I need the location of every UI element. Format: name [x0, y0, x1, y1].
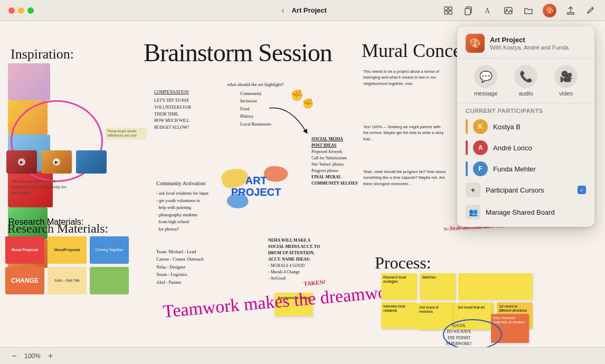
participant-andre: A André Lorico: [457, 137, 594, 158]
thumb-1: ▶: [6, 150, 37, 174]
zoom-out-button[interactable]: −: [8, 350, 20, 362]
thumb-3: [76, 150, 107, 174]
copy-icon[interactable]: [462, 5, 474, 16]
process-title: Process:: [375, 253, 431, 273]
participant-kostya: K Kostya B: [457, 116, 594, 137]
research-item-sutro: Sutro - Side Talk: [48, 267, 87, 294]
edit-icon[interactable]: [585, 5, 597, 16]
team-block: Team: Michael - Lead Carson - Comm. Outr…: [156, 248, 204, 286]
participant-cursors-row[interactable]: ⌖ Participant Cursors ✓: [457, 179, 594, 200]
kostya-indicator: [466, 119, 468, 134]
photo-collage: These brush stroke references are cool: [8, 63, 150, 145]
back-button[interactable]: ‹: [278, 5, 287, 16]
brush-note: These brush stroke references are cool: [106, 128, 147, 140]
folder-icon[interactable]: [523, 5, 534, 16]
minimize-button[interactable]: [18, 7, 24, 14]
compensation-header: COMPENSATION: [154, 89, 189, 96]
bottom-bar: − 100% +: [0, 347, 605, 364]
video-icon: 🎥: [554, 65, 578, 88]
cursors-label: Participant Cursors: [486, 186, 572, 194]
andre-indicator: [466, 140, 468, 155]
research-item-coming-together: Coming Together: [90, 236, 129, 264]
kostya-avatar: K: [473, 119, 488, 134]
message-button[interactable]: 💬 message: [474, 65, 498, 97]
audio-button[interactable]: 📞 audio: [514, 65, 537, 97]
participant-funda: F Funda Mehter: [457, 158, 594, 179]
popover-header: 🎨 Art Project With Kostya, André and Fun…: [457, 26, 594, 59]
cursors-checkbox[interactable]: ✓: [578, 186, 586, 194]
research-item-2: MuralProposal: [48, 236, 87, 264]
research-item-change: CHANGE: [5, 267, 44, 294]
zoom-level-label: 100%: [24, 352, 41, 360]
message-icon: 💬: [474, 65, 497, 88]
share-avatar-icon[interactable]: 🎨: [543, 4, 556, 17]
traffic-lights: [8, 7, 34, 14]
message-label: message: [474, 90, 498, 97]
research-grid: Mural Proposal MuralProposal Coming Toge…: [5, 236, 129, 294]
text-icon[interactable]: A: [483, 5, 494, 16]
title-bar-center: ‹ Art Project: [278, 5, 327, 16]
image-icon[interactable]: [503, 5, 514, 16]
mural-prose-3: Yeah, what should the program be? How ab…: [363, 169, 448, 187]
art-project-logo: ARTPROJECT: [222, 161, 290, 211]
popover-app-icon: 🎨: [466, 34, 485, 53]
funda-avatar: F: [473, 161, 488, 176]
funda-name: Funda Mehter: [493, 165, 586, 173]
participants-section-header: Current Participants: [457, 103, 594, 116]
manage-icon: 👥: [466, 205, 480, 219]
video-label: video: [559, 90, 573, 97]
sticky-placeholder: [458, 273, 533, 300]
research-item-6: [90, 267, 129, 294]
thumb-2: ▶: [41, 150, 72, 174]
svg-rect-1: [449, 7, 452, 10]
video-thumbs: ▶ ▶: [6, 150, 107, 174]
brainstorm-title: Brainstorm Session: [144, 38, 332, 67]
highlight-list: Community Inclusion Food History Local B…: [240, 90, 271, 128]
permit-text: SUSAN,DO WE HAVETHE PERMITPAPERWORK?: [446, 323, 471, 347]
svg-rect-2: [445, 11, 448, 14]
highlight-question: what should the art highlight?: [227, 82, 283, 87]
close-button[interactable]: [8, 7, 15, 14]
window-title: Art Project: [291, 6, 326, 14]
svg-point-8: [506, 8, 508, 10]
audio-label: audio: [519, 90, 533, 97]
popover-actions: 💬 message 📞 audio 🎥 video: [457, 59, 594, 103]
sticky-research-ecologies: Research local ecologies: [381, 273, 417, 300]
svg-text:A: A: [485, 7, 490, 15]
video-button[interactable]: 🎥 video: [554, 65, 578, 97]
share-icon[interactable]: [565, 5, 576, 16]
collaboration-popover: 🎨 Art Project With Kostya, André and Fun…: [457, 26, 594, 227]
svg-rect-5: [465, 8, 470, 15]
andre-name: André Lorico: [493, 144, 586, 152]
sticky-interview: Interview local residents: [381, 302, 417, 329]
manage-shared-board-row[interactable]: 👥 Manage Shared Board: [457, 200, 594, 227]
mural-prose-2: Yes! 100% — thinking we might partner wi…: [363, 124, 445, 142]
research-title-text: Research Materials:: [7, 222, 108, 236]
funda-indicator: [466, 161, 468, 176]
inspiration-title: Inspiration:: [11, 46, 74, 62]
fullscreen-button[interactable]: [27, 7, 34, 14]
audio-icon: 📞: [514, 65, 537, 88]
community-activation: Community Activation: - ask local reside…: [156, 179, 209, 233]
photo-2: [8, 100, 48, 135]
cursor-icon: ⌖: [466, 183, 480, 197]
fist-icon-2: ✊: [302, 98, 314, 109]
toolbar-icons: A 🎨: [442, 4, 597, 17]
popover-title: Art Project: [490, 36, 569, 44]
photo-1: [8, 63, 50, 100]
mural-prose-1: This needs to be a project about a sense…: [363, 69, 445, 87]
zoom-in-button[interactable]: +: [45, 350, 56, 362]
compensation-text: LET'S TRY TO PAYVOLUNTEERS FORTHEIR TIME…: [154, 98, 191, 131]
research-item-mural-proposal: Mural Proposal: [5, 236, 44, 264]
svg-rect-0: [445, 7, 448, 10]
manage-label: Manage Shared Board: [486, 208, 555, 216]
popover-subtitle: With Kostya, André and Funda: [490, 44, 569, 51]
svg-rect-3: [449, 11, 452, 14]
neha-block: NEHA WILL MAKE A SOCIAL MEDIA ACCT. TO D…: [268, 237, 337, 282]
grid-view-icon[interactable]: [442, 5, 454, 16]
andre-avatar: A: [473, 140, 488, 155]
kostya-name: Kostya B: [493, 123, 586, 131]
title-bar: ‹ Art Project A: [0, 0, 605, 21]
sticky-sketches: Sketches: [420, 273, 456, 300]
inspiration-caption: Let's source some more locations in the …: [11, 178, 71, 196]
